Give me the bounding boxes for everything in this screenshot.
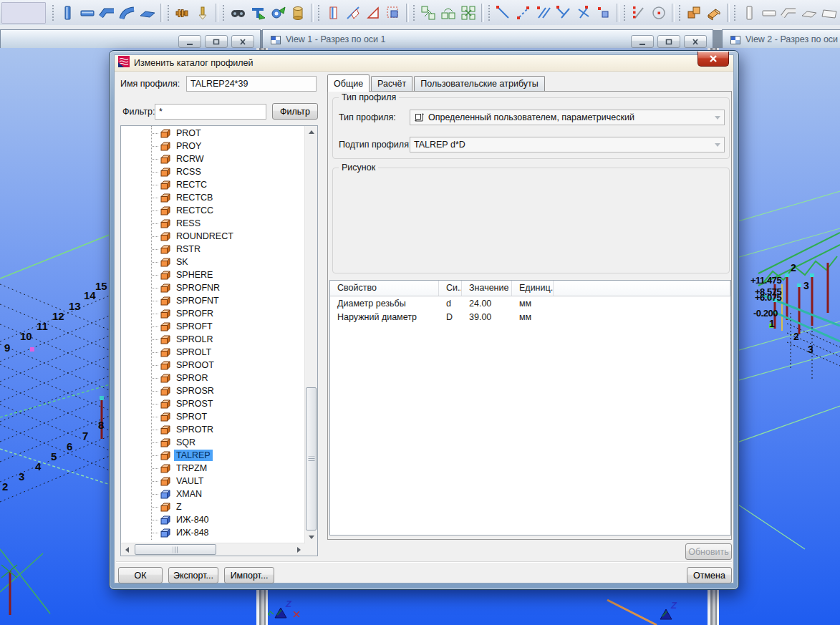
snap-angle-icon[interactable] xyxy=(554,4,573,22)
scroll-left-button[interactable] xyxy=(121,543,133,556)
component-icon[interactable] xyxy=(419,4,438,22)
tree-item-ROUNDRECT[interactable]: ROUNDRECT xyxy=(121,230,305,243)
table-column-header[interactable]: Свойство xyxy=(330,281,439,296)
tree-item-SPROR[interactable]: SPROR xyxy=(121,372,305,384)
tree-item-RSTR[interactable]: RSTR xyxy=(121,243,305,256)
tab-Общие[interactable]: Общие xyxy=(327,74,370,92)
view-plane-icon[interactable] xyxy=(324,4,342,22)
tree-item-SPROT[interactable]: SPROT xyxy=(121,410,305,423)
cancel-button[interactable]: Отмена xyxy=(687,567,732,583)
scroll-right-button[interactable] xyxy=(293,543,305,556)
ok-button[interactable]: ОК xyxy=(118,567,163,583)
tree-item-SPROLR[interactable]: SPROLR xyxy=(121,333,305,346)
restore-button[interactable] xyxy=(205,35,228,48)
tree-item-SPROFR[interactable]: SPROFR xyxy=(121,307,305,320)
dialog-titlebar[interactable]: Изменить каталог профилей xyxy=(115,55,733,72)
auto-connection-icon[interactable] xyxy=(269,4,287,22)
toolbar-drag-handle[interactable] xyxy=(678,4,682,21)
toolbar-drag-handle[interactable] xyxy=(52,4,55,21)
tree-item-SPROFNR[interactable]: SPROFNR xyxy=(121,281,305,294)
copy-object-icon[interactable] xyxy=(685,4,703,22)
tree-item-RCRW[interactable]: RCRW xyxy=(121,152,305,165)
table-column-header[interactable]: Си... xyxy=(439,281,462,296)
tab-Пользовательские атрибуты[interactable]: Пользовательские атрибуты xyxy=(414,76,544,91)
toolbar-drag-handle[interactable] xyxy=(167,4,170,21)
scroll-down-button[interactable] xyxy=(305,531,317,543)
toolbar-drag-handle[interactable] xyxy=(412,4,416,21)
profile-type-select[interactable]: Определенный пользователем, параметричес… xyxy=(410,110,725,125)
toolbar-drag-handle[interactable] xyxy=(623,4,627,21)
tree-item-RECTC[interactable]: RECTC xyxy=(121,178,305,191)
tree-item-ИЖ-848[interactable]: ИЖ-848 xyxy=(121,526,305,539)
snap-parallel-icon[interactable] xyxy=(534,4,553,22)
export-button[interactable]: Экспорт... xyxy=(168,567,218,583)
tree-item-Z[interactable]: Z xyxy=(121,500,305,513)
divide-line-icon[interactable] xyxy=(629,4,648,22)
tree-item-SPROLT[interactable]: SPROLT xyxy=(121,346,305,359)
view2-window-titlebar[interactable]: View 2 - Разрез по оси A xyxy=(722,29,840,48)
toolbar-drag-handle[interactable] xyxy=(733,4,737,21)
table-column-header[interactable]: Единиц... xyxy=(512,281,554,296)
table-row[interactable]: Наружний диаметрD39.00мм xyxy=(330,310,730,324)
render-model-icon[interactable] xyxy=(289,4,307,22)
fit-work-area-icon[interactable] xyxy=(248,4,267,22)
minimize-button[interactable] xyxy=(631,35,654,48)
close-button[interactable] xyxy=(231,35,254,48)
create-plate-icon[interactable] xyxy=(138,4,157,22)
update-button[interactable]: Обновить xyxy=(685,543,732,560)
snap-point-icon[interactable] xyxy=(594,4,613,22)
table-row[interactable]: Диаметр резьбыd24.00мм xyxy=(330,296,730,310)
component-catalog-icon[interactable] xyxy=(439,4,458,22)
concrete-polybeam-icon[interactable] xyxy=(780,4,798,22)
create-curved-beam-icon[interactable] xyxy=(118,4,137,22)
tree-item-TRPZM[interactable]: TRPZM xyxy=(121,462,305,475)
tree-item-VAULT[interactable]: VAULT xyxy=(121,475,305,488)
toolbar-drag-handle[interactable] xyxy=(317,4,321,21)
tab-Расчёт[interactable]: Расчёт xyxy=(371,76,412,91)
view1-window-titlebar[interactable]: View 1 - Разрез по оси 1 xyxy=(262,29,713,48)
create-polybeam-icon[interactable] xyxy=(98,4,117,22)
close-button[interactable] xyxy=(684,35,707,48)
create-beam-icon[interactable] xyxy=(78,4,97,22)
create-bolt-icon[interactable] xyxy=(173,4,192,22)
toolbar-combobox[interactable] xyxy=(1,2,46,24)
profile-name-field[interactable] xyxy=(186,76,317,92)
tree-item-PROT[interactable]: PROT xyxy=(121,127,305,140)
view-window-left-titlebar[interactable] xyxy=(0,29,261,48)
create-column-icon[interactable] xyxy=(58,4,77,22)
snap-cross-icon[interactable] xyxy=(574,4,593,22)
table-column-header[interactable]: Значение xyxy=(462,281,512,296)
profile-subtype-select[interactable]: TALREP d*D xyxy=(410,137,725,152)
restore-button[interactable] xyxy=(657,35,680,48)
concrete-column-icon[interactable] xyxy=(740,4,758,22)
explode-component-icon[interactable] xyxy=(459,4,478,22)
tree-horizontal-scrollbar[interactable] xyxy=(121,543,305,556)
dialog-close-button[interactable] xyxy=(697,52,729,67)
tree-item-RECTCB[interactable]: RECTCB xyxy=(121,191,305,204)
tree-item-SPROST[interactable]: SPROST xyxy=(121,397,305,410)
concrete-beam-icon[interactable] xyxy=(760,4,778,22)
tree-item-TALREP[interactable]: TALREP xyxy=(121,449,305,462)
create-stud-icon[interactable] xyxy=(193,4,212,22)
tree-item-SPHERE[interactable]: SPHERE xyxy=(121,268,305,281)
horizontal-scroll-thumb[interactable] xyxy=(135,544,216,555)
binoculars-icon[interactable] xyxy=(228,4,247,22)
snap-free-icon[interactable] xyxy=(514,4,533,22)
tree-item-SPROFNT[interactable]: SPROFNT xyxy=(121,294,305,307)
tree-vertical-scrollbar[interactable] xyxy=(304,126,317,543)
snap-line-icon[interactable] xyxy=(494,4,513,22)
tree-item-PROY[interactable]: PROY xyxy=(121,140,305,152)
tree-item-RCSS[interactable]: RCSS xyxy=(121,165,305,178)
vertical-scroll-thumb[interactable] xyxy=(306,387,317,530)
import-button[interactable]: Импорт... xyxy=(224,567,274,583)
tree-item-SQR[interactable]: SQR xyxy=(121,436,305,449)
circle-center-icon[interactable] xyxy=(650,4,668,22)
tree-item-RECTCC[interactable]: RECTCC xyxy=(121,204,305,217)
tree-item-ИЖ-840[interactable]: ИЖ-840 xyxy=(121,513,305,526)
toolbar-drag-handle[interactable] xyxy=(222,4,226,21)
tree-item-SPROSR[interactable]: SPROSR xyxy=(121,384,305,397)
scroll-up-button[interactable] xyxy=(305,126,317,138)
toolbar-drag-handle[interactable] xyxy=(488,4,491,21)
section-plane-icon[interactable] xyxy=(364,4,382,22)
concrete-slab-icon[interactable] xyxy=(800,4,819,22)
